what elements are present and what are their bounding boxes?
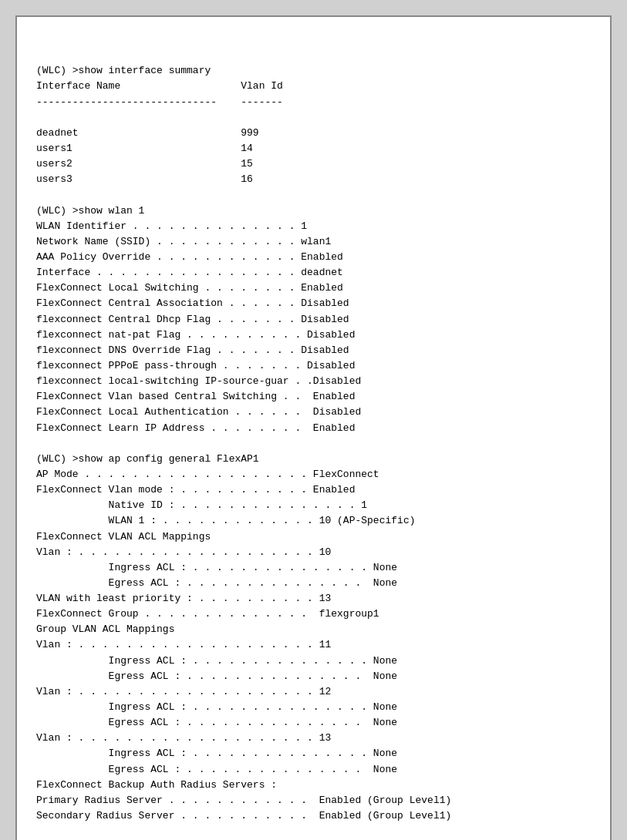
terminal-content: (WLC) >show interface summary Interface …	[36, 63, 591, 824]
terminal-window: (WLC) >show interface summary Interface …	[15, 15, 612, 840]
